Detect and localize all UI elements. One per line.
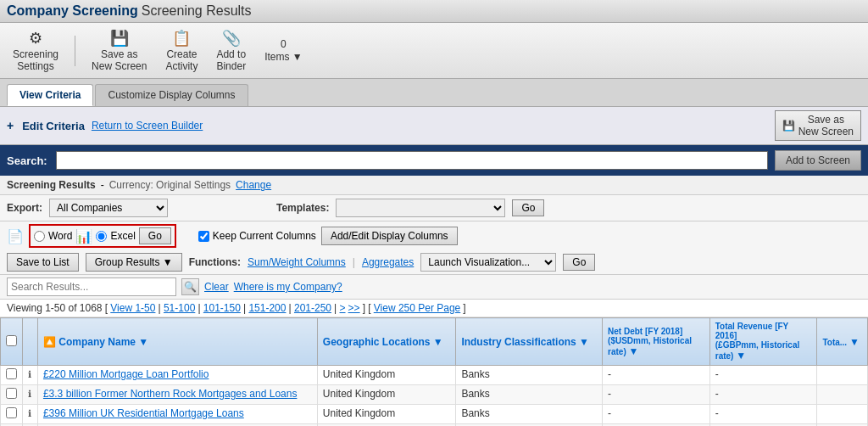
info-icon[interactable]: ℹ [28,408,31,418]
word-excel-row: 📄 Word 📊 Excel Go Keep Current Columns A… [0,221,868,250]
items-label: Items ▼ [264,51,303,63]
total2-sort-icon: ▼ [849,336,860,348]
save-new-screen-button[interactable]: 💾 Save asNew Screen [775,110,861,141]
header-total-2[interactable]: Tota... ▼ [817,318,868,366]
header-company-name[interactable]: 🔼 Company Name ▼ [37,318,317,366]
items-count: 0 [281,38,287,50]
info-icon[interactable]: ℹ [28,389,31,399]
header-net-debt[interactable]: Net Debt [FY 2018]($USDmm, Historical ra… [603,318,710,366]
view-last-link[interactable]: >> [348,302,360,314]
header-info [23,318,38,366]
word-radio[interactable] [34,231,45,242]
info-icon[interactable]: ℹ [28,369,31,379]
view-101-150-link[interactable]: 101-150 [203,302,241,314]
view-250-per-page-link[interactable]: View 250 Per Page [374,302,461,314]
launch-go-button[interactable]: Go [563,254,595,271]
add-to-binder-button[interactable]: 📎 Add toBinder [210,26,252,75]
add-edit-display-columns-button[interactable]: Add/Edit Display Columns [321,227,458,245]
edit-criteria-left: + Edit Criteria Return to Screen Builder [7,119,203,132]
table-row: ℹ £220 Million Mortgage Loan Portfolio U… [1,366,868,385]
search-input[interactable] [56,151,768,170]
templates-go-button[interactable]: Go [512,199,544,216]
row-checkbox[interactable] [6,407,17,418]
results-table: 🔼 Company Name ▼ Geographic Locations ▼ … [0,317,868,426]
where-is-my-company-link[interactable]: Where is my Company? [234,281,342,293]
launch-visualization-select[interactable]: Launch Visualization... Bar Chart Scatte… [420,253,556,272]
top-header: Company Screening Screening Results [0,0,868,23]
toolbar: ⚙ ScreeningSettings 💾 Save asNew Screen … [0,23,868,79]
company-link[interactable]: £3.3 billion Former Northern Rock Mortga… [43,388,297,400]
company-link[interactable]: £396 Million UK Residential Mortgage Loa… [43,407,244,419]
view-next-link[interactable]: > [340,302,346,314]
viewing-text: Viewing 1-50 of 1068 [ [7,302,108,314]
search-results-input[interactable] [7,277,176,296]
header-checkbox-cell [1,318,23,366]
screening-settings-button[interactable]: ⚙ ScreeningSettings [7,26,64,75]
view-51-100-link[interactable]: 51-100 [164,302,195,314]
row-net-debt: - [603,366,710,385]
header-geographic-locations[interactable]: Geographic Locations ▼ [317,318,456,366]
group-results-button[interactable]: Group Results ▼ [86,253,182,272]
select-all-checkbox[interactable] [6,335,17,346]
change-currency-link[interactable]: Change [236,179,271,191]
row-checkbox[interactable] [6,388,17,399]
row-total-2 [817,385,868,405]
keep-columns-label: Keep Current Columns [213,230,316,242]
search-bar: Search: Add to Screen [0,145,868,176]
keep-columns-checkbox[interactable] [198,231,209,242]
row-checkbox-cell [1,385,23,405]
results-table-container: 🔼 Company Name ▼ Geographic Locations ▼ … [0,317,868,426]
row-company-name: £220 Million Mortgage Loan Portfolio [37,366,317,385]
tab-view-criteria[interactable]: View Criteria [7,84,93,106]
export-select[interactable]: All Companies Selected Companies [49,199,168,217]
aggregates-link[interactable]: Aggregates [362,256,414,268]
save-new-screen-label: Save asNew Screen [798,114,854,137]
format-go-button[interactable]: Go [139,227,171,244]
search-results-button[interactable]: 🔍 [181,278,199,295]
row-checkbox-cell [1,366,23,385]
row-info-cell: ℹ [23,385,38,405]
company-name-sort-icon: 🔼 [43,336,56,348]
row-geo: United Kingdom [317,405,456,424]
net-debt-sort-icon: ▼ [629,345,639,357]
row-industry: Banks [456,366,603,385]
view-151-200-link[interactable]: 151-200 [248,302,286,314]
clear-link[interactable]: Clear [204,281,229,293]
sum-weight-link[interactable]: Sum/Weight Columns [248,256,346,268]
add-to-screen-button[interactable]: Add to Screen [775,150,861,171]
row-info-cell: ℹ [23,405,38,424]
export-label: Export: [7,202,42,214]
header-total-revenue[interactable]: Total Revenue [FY 2016](£GBPmm, Historic… [709,318,817,366]
save-new-screen-toolbar-button[interactable]: 💾 Save asNew Screen [86,26,153,75]
view-1-50-link[interactable]: View 1-50 [110,302,155,314]
table-header-row: 🔼 Company Name ▼ Geographic Locations ▼ … [1,318,868,366]
viewing-row: Viewing 1-50 of 1068 [ View 1-50 | 51-10… [0,300,868,317]
word-excel-box: Word 📊 Excel Go [29,224,176,248]
row-industry: Banks [456,385,603,405]
templates-label: Templates: [276,202,329,214]
save-to-list-button[interactable]: Save to List [7,253,79,272]
func-separator: | [353,256,355,268]
create-activity-label: CreateActivity [165,48,198,72]
edit-criteria-bar: + Edit Criteria Return to Screen Builder… [0,107,868,145]
company-link[interactable]: £220 Million Mortgage Loan Portfolio [43,368,209,380]
return-to-screen-builder-link[interactable]: Return to Screen Builder [92,120,203,132]
view-201-250-link[interactable]: 201-250 [294,302,331,314]
table-row: ℹ £3.3 billion Former Northern Rock Mort… [1,385,868,405]
activity-icon: 📋 [172,29,191,48]
keep-columns-group: Keep Current Columns [198,230,316,242]
row-checkbox-cell [1,405,23,424]
row-checkbox[interactable] [6,368,17,379]
save-icon-2: 💾 [782,120,795,132]
excel-radio[interactable] [96,231,107,242]
binder-icon: 📎 [222,29,241,48]
dash: - [101,179,104,191]
expand-icon[interactable]: + [7,119,14,132]
items-button[interactable]: 0 Items ▼ [259,36,309,65]
app-title: Company Screening [7,3,138,19]
header-industry-classifications[interactable]: Industry Classifications ▼ [456,318,603,366]
row-total-revenue: - [709,405,817,424]
templates-select[interactable] [336,199,505,217]
create-activity-button[interactable]: 📋 CreateActivity [159,26,203,75]
tab-customize-display[interactable]: Customize Display Columns [95,84,248,106]
